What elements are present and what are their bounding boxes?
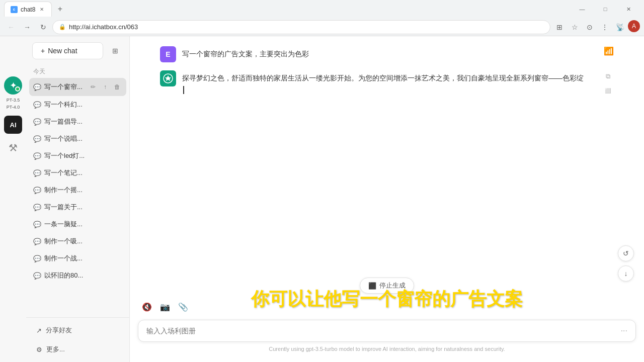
chat-bubble-icon: 💬 — [33, 255, 41, 262]
new-tab-button[interactable]: + — [54, 3, 66, 15]
more-item[interactable]: ⚙ 更多... — [32, 341, 123, 358]
scroll-down-button[interactable]: ↓ — [618, 265, 634, 282]
chat-item-actions: ✏ ↑ 🗑 — [88, 82, 122, 92]
copy2-button[interactable]: ⬜ — [602, 84, 614, 97]
camera-button[interactable]: 📷 — [158, 300, 172, 314]
chat-list-item[interactable]: 💬 制作一个战... ✏ ↑ 🗑 — [29, 250, 126, 267]
stop-label: 停止生成 — [379, 281, 406, 290]
chat-list-item[interactable]: 💬 写一个led灯... ✏ ↑ 🗑 — [29, 147, 126, 164]
more-options-button[interactable]: ··· — [621, 326, 627, 335]
attachment-button[interactable]: 📎 — [176, 300, 190, 314]
profile-button[interactable]: ⊙ — [583, 20, 597, 34]
chat-list-item[interactable]: 💬 写一个笔记... ✏ ↑ 🗑 — [29, 164, 126, 182]
audio-button[interactable]: 🔇 — [140, 300, 154, 314]
share-chat-button[interactable]: ↑ — [100, 82, 110, 92]
stop-icon: ⬛ — [368, 282, 376, 290]
address-bar[interactable]: 🔒 http://ai.ichatbox.cn/063 — [52, 20, 550, 34]
back-button[interactable]: ← — [4, 20, 18, 34]
browser-chrome: c chat8 ✕ + — □ ✕ ← → ↻ 🔒 http://ai.icha… — [0, 0, 644, 36]
chat-bubble-icon: 💬 — [33, 118, 41, 126]
share-icon: ↗ — [36, 327, 42, 334]
pt35-label: PT-3.5 — [7, 98, 20, 103]
chat-list-item[interactable]: 💬 一条一脑疑... ✏ ↑ 🗑 — [29, 216, 126, 233]
chat-list-item[interactable]: 💬 写一篇倡导... ✏ ↑ 🗑 — [29, 113, 126, 130]
chat-list-item[interactable]: 💬 写一个说唱... ✏ ↑ 🗑 — [29, 130, 126, 147]
chat-input[interactable] — [146, 325, 617, 336]
sidebar-bottom: ↗ 分享好友 ⚙ 更多... — [26, 317, 129, 362]
chat-list-item[interactable]: 💬 以怀旧的80... ✏ ↑ 🗑 — [29, 267, 126, 284]
chat-list-item[interactable]: 💬 写一篇关于... ✏ ↑ 🗑 — [29, 199, 126, 216]
left-icon-rail: ✦ PT-3.5 PT-4.0 AI ⚒ — [0, 72, 26, 162]
refresh-button[interactable]: ↺ — [618, 245, 634, 261]
url-text: http://ai.ichatbox.cn/063 — [69, 23, 138, 31]
stream-space — [160, 105, 614, 165]
chat-bubble-icon: 💬 — [33, 101, 41, 109]
input-toolbar: 🔇 📷 📎 — [138, 300, 636, 314]
tab-favicon: c — [11, 6, 18, 13]
chat-item-title: 写一篇关于... — [44, 203, 122, 212]
new-chat-label: New chat — [48, 47, 77, 55]
lock-icon: 🔒 — [59, 24, 66, 30]
chat-bottom: ⬛ 停止生成 🔇 📷 📎 ··· Curently using gpt-3.5-… — [130, 278, 644, 362]
edit-chat-button[interactable]: ✏ — [88, 82, 98, 92]
chat-bubble-icon: 💬 — [33, 204, 41, 211]
chat-item-title: 以怀旧的80... — [44, 271, 122, 280]
cast-button[interactable]: 📡 — [613, 20, 627, 34]
chat-bubble-icon: 💬 — [33, 169, 41, 177]
chat-item-title: 制作一个摇... — [44, 186, 122, 195]
avatar-button[interactable]: A — [628, 20, 640, 32]
maximize-button[interactable]: □ — [594, 0, 617, 18]
new-chat-button[interactable]: + New chat — [32, 42, 103, 59]
left-icon-ai[interactable]: AI — [4, 116, 22, 134]
settings-button[interactable]: ⋮ — [598, 20, 612, 34]
active-indicator — [15, 86, 20, 92]
chat-item-title: 写一个窗帘... — [44, 82, 85, 92]
delete-chat-button[interactable]: 🗑 — [112, 82, 122, 92]
browser-tab[interactable]: c chat8 ✕ — [4, 2, 52, 17]
close-button[interactable]: ✕ — [617, 0, 640, 18]
user-avatar: E — [160, 46, 176, 62]
share-label: 分享好友 — [46, 326, 72, 335]
chat-item-title: 写一篇倡导... — [44, 117, 122, 126]
extensions-button[interactable]: ⊞ — [552, 20, 567, 34]
nav-actions: ⊞ ☆ ⊙ ⋮ 📡 A — [552, 20, 640, 34]
user-message-actions: 📶 — [604, 46, 614, 56]
chat-list-item[interactable]: 💬 制作一个吸... ✏ ↑ 🗑 — [29, 233, 126, 250]
assistant-avatar — [160, 70, 176, 86]
chat-list: 💬 写一个窗帘... ✏ ↑ 🗑 💬 写一个科幻... ✏ ↑ 🗑 💬 写一篇倡… — [26, 78, 129, 317]
copy-button[interactable]: ⧉ — [602, 70, 614, 82]
plus-icon: + — [41, 47, 45, 55]
forward-button[interactable]: → — [20, 20, 34, 34]
minimize-button[interactable]: — — [571, 0, 594, 18]
chat-list-item[interactable]: 💬 写一个窗帘... ✏ ↑ 🗑 — [29, 78, 126, 96]
stop-generate-button[interactable]: ⬛ 停止生成 — [360, 278, 414, 294]
chat-bubble-icon: 💬 — [33, 152, 41, 160]
input-right-actions: ··· — [621, 326, 627, 335]
chat-area: E 写一个窗帘的广告文案，主要突出为色彩 📶 探寻梦幻之色，舒适而独特的家居生活… — [130, 36, 644, 278]
left-icon-tools[interactable]: ⚒ — [3, 138, 23, 158]
more-label: 更多... — [46, 345, 65, 354]
main-content: E 写一个窗帘的广告文案，主要突出为色彩 📶 探寻梦幻之色，舒适而独特的家居生活… — [130, 36, 644, 362]
sidebar-toggle-button[interactable]: ⊞ — [107, 43, 123, 59]
pt40-label: PT-4.0 — [7, 105, 20, 110]
assistant-message-content: 探寻梦幻之色，舒适而独特的家居生活从一缕光影开始。为您的空间增添一抹艺术之美，我… — [182, 70, 585, 95]
chat-list-item[interactable]: 💬 制作一个摇... ✏ ↑ 🗑 — [29, 182, 126, 199]
chat-list-item[interactable]: 💬 写一个科幻... ✏ ↑ 🗑 — [29, 96, 126, 113]
user-message-content: 写一个窗帘的广告文案，主要突出为色彩 — [182, 46, 309, 59]
chat-bubble-icon: 💬 — [33, 238, 41, 245]
share-friends-item[interactable]: ↗ 分享好友 — [32, 322, 123, 339]
left-icon-pt35[interactable]: ✦ — [4, 76, 22, 95]
chat-bubble-icon: 💬 — [33, 135, 41, 143]
window-controls: — □ ✕ — [571, 0, 640, 18]
chat-item-title: 写一个led灯... — [44, 151, 122, 160]
chat-bubble-icon: 💬 — [33, 187, 41, 194]
bookmark-button[interactable]: ☆ — [568, 20, 582, 34]
chat-bubble-icon: 💬 — [33, 272, 41, 280]
chat-item-title: 制作一个吸... — [44, 237, 122, 246]
chat-item-title: 写一个科幻... — [44, 100, 122, 109]
tab-close-button[interactable]: ✕ — [38, 6, 45, 13]
cursor — [183, 86, 184, 94]
chat-item-title: 写一个说唱... — [44, 134, 122, 143]
chat-right-actions: ↺ ↓ — [618, 245, 634, 282]
reload-button[interactable]: ↻ — [36, 20, 50, 34]
